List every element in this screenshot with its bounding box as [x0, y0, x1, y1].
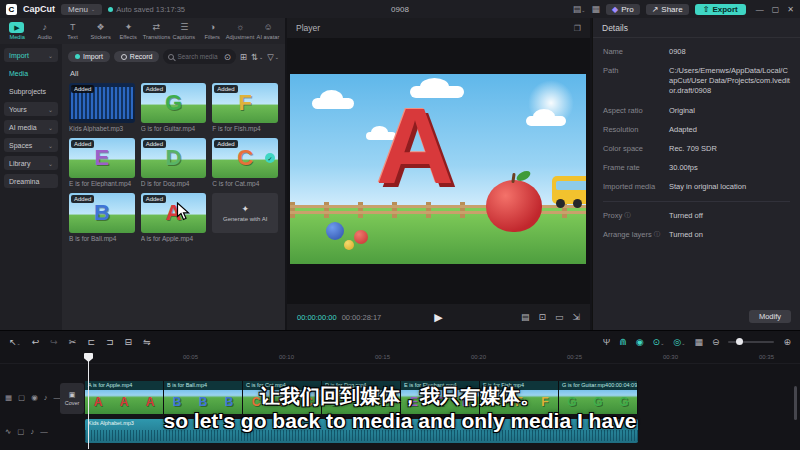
layout-panels-icon[interactable]: ▤⌄ [573, 4, 586, 14]
info-icon[interactable]: ⓘ [654, 230, 661, 240]
media-item-f-fish[interactable]: Added F F is for Fish.mp4 [212, 83, 278, 132]
chevron-down-icon: ⌄ [91, 6, 95, 12]
redo-icon[interactable]: ↪ [50, 337, 58, 347]
search-input[interactable]: Search media ⊙ [163, 49, 235, 64]
layout-compact-icon[interactable]: ▦ [592, 4, 601, 14]
video-thumbnail[interactable]: Added D [141, 138, 207, 178]
pro-button[interactable]: ◆ Pro [606, 4, 640, 15]
detail-row-frame-rate: Frame rate 30.00fps [603, 163, 790, 173]
stickers-icon: ❖ [97, 22, 105, 33]
filter-icon[interactable]: ▽⌄ [267, 52, 279, 62]
record-button[interactable]: Record [114, 51, 160, 62]
ratio-icon[interactable]: ▭ [555, 312, 564, 322]
fit-icon[interactable]: ⊡ [538, 312, 546, 322]
pro-diamond-icon: ◆ [612, 5, 618, 14]
play-button[interactable]: ▶ [434, 311, 442, 324]
media-item-c-cat[interactable]: Added C ✓ C is for Cat.mp4 [212, 138, 278, 187]
capcut-logo-icon: C [6, 4, 17, 15]
timeline-zoom-slider[interactable] [728, 341, 774, 343]
split-icon[interactable]: ✂ [69, 337, 77, 347]
generate-with-ai-button[interactable]: ✦ Generate with AI [212, 193, 278, 233]
tab-captions[interactable]: ☰ Captions [170, 22, 198, 40]
export-button[interactable]: ⇧ Export [695, 4, 746, 15]
sidebar-item-yours[interactable]: Yours⌄ [4, 102, 58, 116]
sidebar-item-spaces[interactable]: Spaces⌄ [4, 138, 58, 152]
media-item-e-elephant[interactable]: Added E E is for Elephant.mp4 [69, 138, 135, 187]
magnet-snap-icon[interactable]: ⋒ [619, 337, 627, 347]
sidebar-item-subprojects[interactable]: Subprojects [4, 84, 58, 98]
fullscreen-icon[interactable]: ⇲ [572, 312, 580, 322]
sidebar-item-import[interactable]: Import⌄ [4, 48, 58, 62]
zoom-in-icon[interactable]: ⊕ [783, 337, 791, 347]
select-tool-icon[interactable]: ↖⌄ [9, 337, 21, 347]
tab-effects[interactable]: ✦ Effects [115, 22, 143, 40]
zoom-out-icon[interactable]: ⊖ [712, 337, 720, 347]
timeline-ruler[interactable]: 00:05 00:10 00:15 00:20 00:25 00:30 00:3… [0, 352, 800, 364]
sidebar-item-library[interactable]: Library⌄ [4, 156, 58, 170]
preview-axis-icon[interactable]: ▦ [694, 337, 703, 347]
zoom-slider-handle[interactable] [736, 338, 743, 345]
import-button[interactable]: Import [68, 51, 110, 62]
details-title: Details [602, 23, 628, 33]
cloud-graphic [312, 98, 354, 109]
info-icon[interactable]: ⓘ [624, 211, 631, 221]
tab-transitions[interactable]: ⇄ Transitions [142, 22, 170, 40]
media-item-a-apple[interactable]: Added A A is for Apple.mp4 [141, 193, 207, 242]
timeline-toolbar: ↖⌄ ↩ ↪ ✂ ⊏ ⊐ ⊟ ⇋ Ψ ⋒ ◉ ⊙⌄ ◎⌄ ▦ ⊖ ⊕ [0, 331, 800, 352]
detail-row-color-space: Color space Rec. 709 SDR [603, 144, 790, 154]
linking-icon[interactable]: ⊙⌄ [653, 337, 665, 347]
quality-icon[interactable]: ▤ [521, 312, 530, 322]
modify-button[interactable]: Modify [749, 310, 791, 323]
delete-icon[interactable]: ⊟ [124, 337, 132, 347]
tab-adjustment[interactable]: ☼ Adjustment [226, 22, 254, 40]
grid-view-icon[interactable]: ⊞ [240, 52, 247, 62]
video-thumbnail[interactable]: Added C ✓ [212, 138, 278, 178]
player-panel: Player ❐ A [287, 18, 590, 330]
video-thumbnail[interactable]: Added E [69, 138, 135, 178]
app-name: CapCut [23, 4, 55, 14]
text-icon: T [70, 22, 76, 33]
added-badge: Added [214, 85, 237, 93]
video-thumbnail[interactable]: Added A [141, 193, 207, 233]
search-by-image-icon[interactable]: ⊙ [224, 52, 231, 62]
detach-player-icon[interactable]: ❐ [574, 24, 581, 33]
share-button[interactable]: ↗ Share [646, 4, 689, 15]
video-thumbnail[interactable]: Added G [141, 83, 207, 123]
audio-thumbnail[interactable]: Added [69, 83, 135, 123]
current-time: 00:00:00:00 [297, 313, 337, 322]
close-button[interactable]: ✕ [787, 5, 794, 14]
video-thumbnail[interactable]: Added F [212, 83, 278, 123]
media-item-g-guitar[interactable]: Added G G is for Guitar.mp4 [141, 83, 207, 132]
share-label: Share [661, 5, 682, 14]
sidebar-item-media[interactable]: Media [4, 66, 58, 80]
tab-stickers[interactable]: ❖ Stickers [87, 22, 115, 40]
sidebar-item-dreamina[interactable]: Dreamina [4, 174, 58, 188]
video-thumbnail[interactable]: Added B [69, 193, 135, 233]
maximize-button[interactable]: ▢ [772, 5, 780, 14]
media-item-kids-alphabet[interactable]: Added Kids Alphabet.mp3 [69, 83, 135, 132]
undo-icon[interactable]: ↩ [32, 337, 40, 347]
letter-a-graphic: A [376, 92, 454, 200]
media-item-b-ball[interactable]: Added B B is for Ball.mp4 [69, 193, 135, 242]
voiceover-mic-icon[interactable]: Ψ [603, 337, 611, 347]
sort-icon[interactable]: ⇅⌄ [251, 52, 263, 62]
media-item-d-dog[interactable]: Added D D is for Dog.mp4 [141, 138, 207, 187]
sparkle-icon: ✦ [241, 204, 249, 214]
tab-ai-avatar[interactable]: ☺ AI avatar [254, 22, 282, 40]
sidebar-item-ai-media[interactable]: AI media⌄ [4, 120, 58, 134]
tab-text[interactable]: T Text [59, 22, 87, 40]
audio-mode-icon[interactable]: ◎⌄ [673, 337, 685, 347]
menu-button[interactable]: Menu ⌄ [61, 4, 102, 15]
delete-left-icon[interactable]: ⊏ [87, 337, 95, 347]
filter-all-label[interactable]: All [70, 69, 285, 78]
export-icon: ⇧ [703, 5, 710, 14]
auto-snap-icon[interactable]: ◉ [636, 337, 644, 347]
video-preview[interactable]: A [290, 74, 586, 264]
tab-audio[interactable]: ♪ Audio [31, 22, 59, 40]
tab-media[interactable]: ▶ Media [3, 22, 31, 40]
mirror-icon[interactable]: ⇋ [143, 337, 151, 347]
minimize-button[interactable]: — [756, 5, 764, 14]
delete-right-icon[interactable]: ⊐ [106, 337, 114, 347]
tab-filters[interactable]: ◑ Filters [198, 22, 226, 40]
cloud-graphic [526, 116, 566, 126]
